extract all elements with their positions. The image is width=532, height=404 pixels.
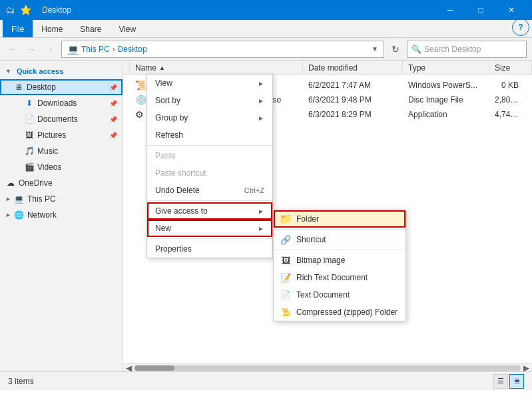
scroll-right-btn[interactable]: ▶ bbox=[523, 363, 529, 372]
network-icon: 🌐 bbox=[14, 210, 25, 220]
list-view-button[interactable]: ☰ bbox=[493, 374, 508, 389]
search-box[interactable]: 🔍 Search Desktop bbox=[407, 41, 527, 58]
address-bar: ← → ↑ 💻 This PC › Desktop ▼ ↻ 🔍 Search D… bbox=[0, 38, 532, 61]
sidebar-item-documents[interactable]: 📄 Documents 📌 bbox=[0, 111, 123, 127]
file-area: Name ▲ Date modified Type Size 📜 Backup.… bbox=[123, 61, 532, 371]
address-path[interactable]: 💻 This PC › Desktop ▼ bbox=[61, 41, 384, 58]
tab-view[interactable]: View bbox=[110, 20, 144, 37]
sidebar-item-music[interactable]: 🎵 Music bbox=[0, 143, 123, 159]
search-icon: 🔍 bbox=[411, 45, 421, 54]
file-date-0: 6/2/2021 7:47 AM bbox=[303, 81, 403, 90]
sidebar-item-desktop[interactable]: 🖥 Desktop 📌 bbox=[0, 79, 123, 95]
sidebar-item-pictures[interactable]: 🖼 Pictures 📌 bbox=[0, 127, 123, 143]
expand-arrow-thispc: ► bbox=[5, 196, 11, 202]
help-button[interactable]: ? bbox=[512, 19, 529, 36]
sidebar-thispc-label: This PC bbox=[27, 194, 56, 204]
address-desktop-label[interactable]: Desktop bbox=[118, 45, 147, 54]
sidebar-videos-label: Videos bbox=[37, 162, 61, 172]
ribbon: File Home Share View ? bbox=[0, 20, 532, 38]
sidebar-onedrive-label: OneDrive bbox=[19, 178, 53, 188]
file-list: 📜 Backup.ps1 6/2/2021 7:47 AM Windows Po… bbox=[123, 75, 532, 363]
thispc-icon: 💻 bbox=[14, 194, 25, 204]
sidebar-item-thispc[interactable]: ► 💻 This PC bbox=[0, 191, 123, 207]
horizontal-scroll-area: ◀ ▶ bbox=[123, 363, 532, 371]
title-bar-title: Desktop bbox=[42, 5, 71, 15]
col-type[interactable]: Type bbox=[403, 61, 489, 75]
sidebar-item-downloads[interactable]: ⬇ Downloads 📌 bbox=[0, 95, 123, 111]
table-row[interactable]: 💿 ubuntu-20.04.2.0-desktop-amd64.iso 6/3… bbox=[123, 93, 532, 107]
table-row[interactable]: ⚙ unetbootin-windows-702.exe 6/3/2021 8:… bbox=[123, 107, 532, 122]
status-bar: 3 items ☰ ≣ bbox=[0, 371, 532, 390]
sort-arrow: ▲ bbox=[159, 65, 165, 71]
search-placeholder: Search Desktop bbox=[424, 45, 481, 54]
table-row[interactable]: 📜 Backup.ps1 6/2/2021 7:47 AM Windows Po… bbox=[123, 78, 532, 93]
view-icons: ☰ ≣ bbox=[493, 374, 524, 389]
file-type-1: Disc Image File bbox=[403, 95, 489, 104]
minimize-button[interactable]: ─ bbox=[435, 0, 465, 20]
main-layout: ▼ Quick access 🖥 Desktop 📌 ⬇ Downloads 📌… bbox=[0, 61, 532, 371]
title-bar: 🗂 ⭐ Desktop ─ □ ✕ bbox=[0, 0, 532, 20]
tab-file[interactable]: File bbox=[3, 20, 33, 37]
expand-arrow-quickaccess: ▼ bbox=[5, 68, 11, 75]
sidebar-network-label: Network bbox=[27, 210, 57, 220]
file-icon-iso: 💿 bbox=[135, 95, 146, 105]
quick-access-icon: ⭐ bbox=[20, 5, 31, 15]
col-type-label: Type bbox=[408, 63, 425, 73]
sidebar-item-videos[interactable]: 🎬 Videos bbox=[0, 159, 123, 175]
maximize-button[interactable]: □ bbox=[465, 0, 496, 20]
sidebar-desktop-label: Desktop bbox=[27, 83, 56, 92]
file-size-0: 0 KB bbox=[489, 81, 532, 90]
pin-icon-documents: 📌 bbox=[109, 116, 117, 123]
file-date-2: 6/3/2021 8:29 PM bbox=[303, 110, 403, 119]
scroll-thumb bbox=[134, 365, 174, 371]
tab-home[interactable]: Home bbox=[33, 20, 71, 37]
refresh-button[interactable]: ↻ bbox=[387, 41, 404, 58]
sidebar-item-network[interactable]: ► 🌐 Network bbox=[0, 207, 123, 223]
window-icon: 🗂 bbox=[5, 5, 15, 15]
sidebar: ▼ Quick access 🖥 Desktop 📌 ⬇ Downloads 📌… bbox=[0, 61, 123, 371]
sidebar-quick-access[interactable]: ▼ Quick access bbox=[0, 63, 123, 79]
col-date-label: Date modified bbox=[308, 63, 358, 73]
title-bar-icons: 🗂 ⭐ Desktop bbox=[5, 5, 71, 15]
file-header: Name ▲ Date modified Type Size bbox=[123, 61, 532, 75]
close-button[interactable]: ✕ bbox=[496, 0, 527, 20]
sidebar-item-onedrive[interactable]: ☁ OneDrive bbox=[0, 175, 123, 191]
details-view-button[interactable]: ≣ bbox=[509, 374, 524, 389]
videos-icon: 🎬 bbox=[24, 162, 35, 172]
col-name[interactable]: Name ▲ bbox=[130, 61, 303, 75]
horizontal-scrollbar[interactable] bbox=[134, 365, 521, 371]
file-icon-ps: 📜 bbox=[135, 80, 146, 91]
sidebar-pictures-label: Pictures bbox=[37, 130, 66, 140]
title-bar-controls: ─ □ ✕ bbox=[435, 0, 527, 20]
pin-icon-pictures: 📌 bbox=[109, 132, 117, 139]
pin-icon-downloads: 📌 bbox=[109, 100, 117, 107]
file-date-1: 6/3/2021 9:48 PM bbox=[303, 95, 403, 104]
quick-access-label: Quick access bbox=[17, 67, 63, 75]
col-size[interactable]: Size bbox=[489, 61, 532, 75]
file-type-0: Windows PowerS... bbox=[403, 81, 489, 90]
address-sep1: › bbox=[113, 45, 115, 54]
col-size-label: Size bbox=[495, 63, 510, 73]
scroll-left-btn[interactable]: ◀ bbox=[126, 363, 132, 372]
file-name-0: 📜 Backup.ps1 bbox=[130, 80, 303, 91]
forward-button[interactable]: → bbox=[24, 41, 40, 57]
col-date[interactable]: Date modified bbox=[303, 61, 403, 75]
file-icon-exe: ⚙ bbox=[135, 109, 144, 120]
desktop-icon: 🖥 bbox=[13, 82, 24, 93]
downloads-icon: ⬇ bbox=[24, 98, 35, 108]
expand-arrow-network: ► bbox=[5, 212, 11, 218]
pin-icon-desktop: 📌 bbox=[109, 84, 117, 91]
back-button[interactable]: ← bbox=[5, 41, 21, 57]
address-thispc-label[interactable]: This PC bbox=[81, 45, 110, 54]
tab-share[interactable]: Share bbox=[71, 20, 110, 37]
file-type-2: Application bbox=[403, 110, 489, 119]
up-button[interactable]: ↑ bbox=[43, 41, 59, 57]
ribbon-tabs: File Home Share View ? bbox=[0, 20, 532, 37]
file-size-1: 2,809,792 KB bbox=[489, 95, 532, 104]
sidebar-music-label: Music bbox=[37, 146, 58, 156]
item-count: 3 items bbox=[8, 377, 34, 386]
sidebar-downloads-label: Downloads bbox=[37, 99, 77, 108]
file-size-2: 4,746 KB bbox=[489, 110, 532, 119]
address-dropdown-arrow[interactable]: ▼ bbox=[372, 45, 378, 53]
address-thispc: 💻 bbox=[67, 44, 79, 55]
